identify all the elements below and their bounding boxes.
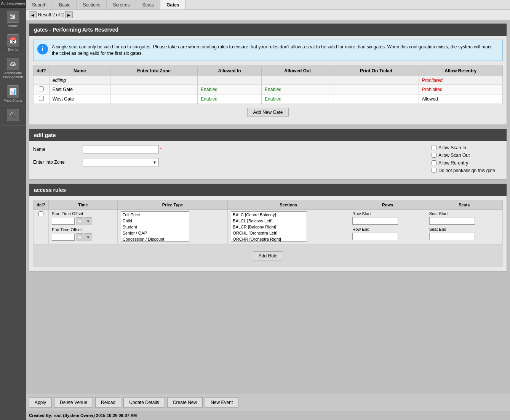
section-balcl[interactable]: BALCL [Balcony Left]	[231, 218, 307, 224]
price-option-student[interactable]: Student	[121, 224, 189, 230]
sections-list-wrap: BALC [Centre Balcony] BALCL [Balcony Lef…	[231, 211, 346, 242]
editing-row: editing Prohibited	[34, 76, 503, 85]
sidebar-item-plugin[interactable]: 🔌	[0, 106, 26, 126]
price-charts-icon: 📊	[7, 85, 19, 97]
editing-reentry-cell: Prohibited	[419, 76, 502, 85]
table-row: East Gate Enabled Enabled Prohibited	[34, 85, 503, 94]
start-time-clock-btn[interactable]: 🕐	[76, 217, 83, 225]
edit-gate-form: Name * Enter Into Zone ▼	[33, 145, 503, 176]
price-option-senior[interactable]: Senior / OAP	[121, 230, 189, 236]
venue-icon: 🏛	[7, 11, 19, 23]
price-option-concession[interactable]: Concession / Discount	[121, 236, 189, 242]
seat-end-input[interactable]	[429, 233, 475, 240]
start-time-label: Start Time Offset	[52, 211, 114, 216]
new-event-button[interactable]: New Event	[205, 397, 238, 408]
price-option-child[interactable]: Child	[121, 218, 189, 224]
access-price-type-cell: Full Price Child Student Senior / OAP Co…	[117, 209, 228, 244]
tab-gates[interactable]: Gates	[160, 0, 185, 10]
sidebar-item-events[interactable]: 📅 Events	[0, 31, 26, 55]
row2-zone-cell	[110, 94, 197, 104]
sidebar-item-price-charts[interactable]: 📊 Price Charts	[0, 82, 26, 106]
update-details-button[interactable]: Update Details	[123, 397, 165, 408]
create-new-button[interactable]: Create New	[167, 397, 203, 408]
tab-search[interactable]: Search	[26, 0, 53, 10]
end-time-input[interactable]	[52, 234, 75, 241]
content-area: gates - Performing Arts Reserved i A sin…	[26, 20, 510, 394]
allow-reentry-label: Allow Re-entry	[438, 160, 468, 166]
seat-start-input[interactable]	[429, 217, 475, 225]
allow-scan-out-checkbox[interactable]	[432, 153, 436, 158]
allow-reentry-checkbox[interactable]	[432, 160, 436, 165]
pagination-bar: ◀ Result 2 of 2 ▶	[26, 10, 510, 20]
add-rule-button[interactable]: Add Rule	[253, 251, 283, 260]
start-time-row: 🕐 ✕	[52, 217, 114, 225]
section-orchr[interactable]: ORCHR [Orchestra Right]	[231, 236, 307, 242]
acc-col-time: Time	[49, 200, 118, 209]
enter-zone-label: Enter Into Zone	[33, 160, 83, 165]
info-box: i A single seat can only be valid for up…	[33, 40, 503, 61]
access-rules-table: del? Time Price Type Sections Rows Seats	[33, 200, 503, 244]
row-end-label: Row End	[352, 227, 422, 232]
plugin-icon: 🔌	[7, 109, 19, 121]
row1-name-cell: East Gate	[49, 85, 110, 94]
sidebar-brand: AudienceView	[0, 0, 26, 8]
start-time-input[interactable]	[52, 218, 75, 225]
row2-del-cell	[34, 94, 50, 104]
sidebar-label-venue: Venue	[8, 24, 18, 28]
seat-end-group: Seat End	[429, 227, 499, 240]
enter-into-zone-select[interactable]	[83, 158, 159, 166]
delete-venue-button[interactable]: Delete Venue	[54, 397, 93, 408]
row1-del-checkbox[interactable]	[39, 86, 44, 91]
acc-col-sections: Sections	[228, 200, 349, 209]
access-rule-del-checkbox[interactable]	[38, 211, 43, 216]
row2-del-checkbox[interactable]	[39, 96, 44, 101]
add-new-gate-button[interactable]: Add New Gate	[247, 108, 288, 117]
table-row: West Gate Enabled Enabled Allowed	[34, 94, 503, 104]
sidebar-label-price-charts: Price Charts	[3, 99, 22, 102]
price-type-list[interactable]: Full Price Child Student Senior / OAP Co…	[121, 211, 189, 242]
sidebar: AudienceView 🏛 Venue 📅 Events 🎟 Admissio…	[0, 0, 26, 420]
editing-label-cell: editing	[49, 76, 110, 85]
start-time-clear-btn[interactable]: ✕	[85, 217, 92, 225]
section-orchl[interactable]: ORCHL [Orchestra Left]	[231, 230, 307, 236]
allow-scan-in-label: Allow Scan In	[438, 145, 466, 150]
enter-zone-row: Enter Into Zone ▼	[33, 158, 432, 166]
info-icon: i	[37, 44, 48, 54]
col-print-ticket: Print On Ticket	[334, 65, 419, 76]
row-start-label: Row Start	[352, 211, 422, 216]
allow-scan-out-row: Allow Scan Out	[432, 153, 495, 158]
next-page-button[interactable]: ▶	[65, 11, 73, 18]
section-balc[interactable]: BALC [Centre Balcony]	[231, 212, 307, 218]
sections-list[interactable]: BALC [Centre Balcony] BALCL [Balcony Lef…	[231, 211, 307, 242]
tab-screens[interactable]: Screens	[107, 0, 136, 10]
reload-button[interactable]: Reload	[95, 397, 121, 408]
row-end-input[interactable]	[352, 233, 398, 240]
price-option-full[interactable]: Full Price	[121, 212, 189, 218]
row-start-group: Row Start	[352, 211, 422, 225]
name-input[interactable]	[83, 145, 159, 153]
tab-seats[interactable]: Seats	[136, 0, 160, 10]
end-time-row: 🕐 ✕	[52, 233, 114, 241]
row-start-input[interactable]	[352, 217, 398, 225]
gates-panel-title: gates - Performing Arts Reserved	[29, 24, 507, 36]
name-row: Name *	[33, 145, 432, 153]
sidebar-item-admissions[interactable]: 🎟 Admissions Management	[0, 55, 26, 82]
editing-out-cell	[261, 76, 334, 85]
do-not-print-label: Do not print/assign this gate	[438, 168, 495, 173]
col-allow-reentry: Allow Re-entry	[419, 65, 502, 76]
allow-scan-in-checkbox[interactable]	[432, 145, 436, 150]
apply-button[interactable]: Apply	[29, 397, 52, 408]
section-balcr[interactable]: BALCR [Balcony Right]	[231, 224, 307, 230]
tab-sections[interactable]: Sections	[77, 0, 107, 10]
end-time-clear-btn[interactable]: ✕	[85, 233, 92, 241]
sidebar-item-venue[interactable]: 🏛 Venue	[0, 8, 26, 31]
do-not-print-checkbox[interactable]	[432, 168, 436, 173]
acc-col-del: del?	[34, 200, 49, 209]
required-star: *	[160, 147, 162, 152]
tab-basic[interactable]: Basic	[53, 0, 77, 10]
row1-del-cell	[34, 85, 50, 94]
end-time-clock-btn[interactable]: 🕐	[76, 233, 83, 241]
prev-page-button[interactable]: ◀	[29, 11, 37, 18]
row1-print-cell	[334, 85, 419, 94]
seat-start-label: Seat Start	[429, 211, 499, 216]
